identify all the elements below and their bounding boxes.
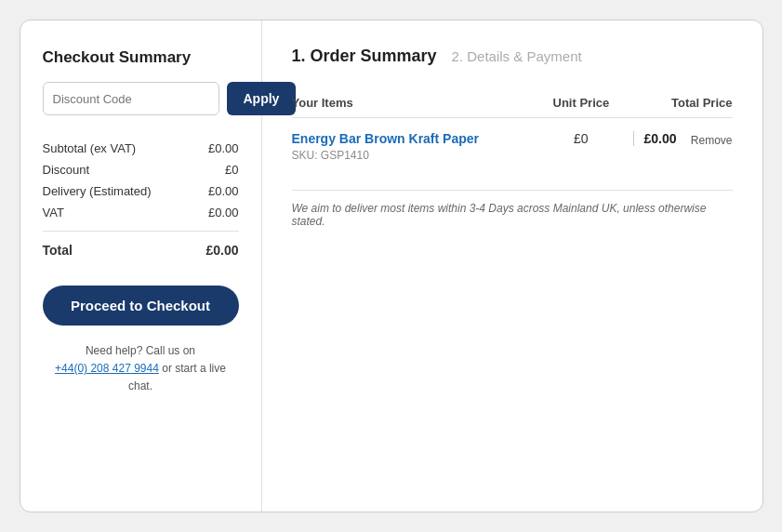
subtotal-label: Subtotal (ex VAT) bbox=[43, 141, 137, 155]
vat-value: £0.00 bbox=[208, 206, 239, 219]
steps-header: 1. Order Summary 2. Details & Payment bbox=[292, 47, 733, 66]
item-sku: SKU: GSP1410 bbox=[292, 149, 544, 162]
subtotal-value: £0.00 bbox=[208, 141, 239, 155]
table-row: Energy Bar Brown Kraft Paper SKU: GSP141… bbox=[292, 118, 733, 176]
unit-price-cell: £0 bbox=[543, 118, 619, 176]
delivery-value: £0.00 bbox=[208, 184, 239, 198]
remove-button[interactable]: Remove bbox=[691, 134, 733, 147]
total-value: £0.00 bbox=[205, 243, 238, 258]
col-unit-header: Unit Price bbox=[543, 88, 619, 118]
help-text-before: Need help? Call us on bbox=[86, 344, 195, 357]
help-text: Need help? Call us on +44(0) 208 427 994… bbox=[43, 342, 239, 396]
remove-cell: Remove bbox=[676, 118, 732, 176]
col-total-header: Total Price bbox=[619, 88, 733, 118]
summary-delivery-row: Delivery (Estimated) £0.00 bbox=[43, 180, 239, 202]
help-phone-link[interactable]: +44(0) 208 427 9944 bbox=[55, 362, 159, 375]
discount-value: £0 bbox=[225, 163, 238, 177]
vat-label: VAT bbox=[43, 206, 64, 219]
table-header-row: Your Items Unit Price Total Price bbox=[292, 88, 733, 118]
delivery-note: We aim to deliver most items within 3-4 … bbox=[292, 190, 733, 228]
items-table: Your Items Unit Price Total Price Energy… bbox=[292, 88, 733, 175]
summary-vat-row: VAT £0.00 bbox=[43, 202, 239, 223]
summary-total-row: Total £0.00 bbox=[43, 239, 239, 261]
item-name: Energy Bar Brown Kraft Paper bbox=[292, 131, 544, 146]
discount-input[interactable] bbox=[43, 82, 219, 115]
right-panel: 1. Order Summary 2. Details & Payment Yo… bbox=[262, 20, 762, 512]
summary-discount-row: Discount £0 bbox=[43, 159, 239, 180]
discount-label: Discount bbox=[43, 163, 90, 177]
summary-subtotal-row: Subtotal (ex VAT) £0.00 bbox=[43, 138, 239, 159]
delivery-label: Delivery (Estimated) bbox=[43, 184, 152, 198]
left-panel: Checkout Summary Apply Subtotal (ex VAT)… bbox=[20, 20, 262, 512]
checkout-title: Checkout Summary bbox=[43, 48, 239, 67]
step2-label: 2. Details & Payment bbox=[452, 48, 582, 64]
summary-divider bbox=[43, 231, 239, 232]
total-price-cell: £0.00 bbox=[619, 118, 677, 176]
total-label: Total bbox=[43, 243, 73, 258]
summary-table: Subtotal (ex VAT) £0.00 Discount £0 Deli… bbox=[43, 138, 239, 261]
step1-label: 1. Order Summary bbox=[292, 47, 437, 66]
proceed-to-checkout-button[interactable]: Proceed to Checkout bbox=[43, 286, 239, 326]
col-items-header: Your Items bbox=[292, 88, 544, 118]
discount-row: Apply bbox=[43, 82, 239, 115]
